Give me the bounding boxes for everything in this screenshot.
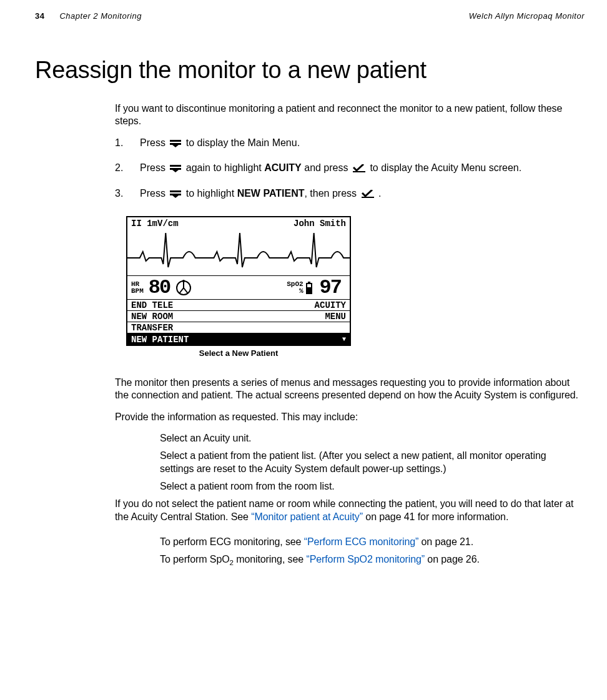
paragraph: The monitor then presents a series of me… (115, 377, 578, 402)
menu-item-new-patient: NEW PATIENT (131, 335, 189, 344)
svg-marker-9 (172, 195, 179, 198)
svg-marker-2 (172, 145, 179, 147)
select-icon (362, 190, 374, 198)
paragraph: If you do not select the patient name or… (115, 498, 578, 523)
device-menu: END TELEACUITY NEW ROOMMENU TRANSFER NEW… (127, 300, 350, 345)
tail-item: To perform SpO2 monitoring, see “Perform… (160, 553, 578, 568)
intro-paragraph: If you want to discontinue monitoring a … (115, 102, 578, 128)
step-list: Press to display the Main Menu. Press ag… (115, 137, 578, 200)
menu-icon (170, 190, 181, 198)
link-monitor-acuity[interactable]: “Monitor patient at Acuity” (251, 511, 363, 522)
bullet-item: Select an Acuity unit. (160, 432, 578, 445)
vitals-row: HR BPM 80 SpO2 % 97 (127, 276, 350, 300)
svg-rect-10 (362, 197, 374, 198)
bpm-label: BPM (131, 288, 144, 295)
menu-item-new-room: NEW ROOM (131, 312, 173, 321)
spo2-value: 97 (320, 278, 341, 298)
bullet-group: Select an Acuity unit. Select a patient … (160, 432, 578, 493)
page-title: Reassign the monitor to a new patient (35, 57, 585, 84)
running-header: 34 Chapter 2 Monitoring Welch Allyn Micr… (35, 11, 585, 21)
scroll-down-icon: ▼ (342, 337, 346, 343)
step-3: Press to highlight NEW PATIENT, then pre… (115, 187, 578, 200)
lead-label: II 1mV/cm (131, 219, 179, 228)
svg-rect-4 (170, 168, 181, 170)
link-spo2[interactable]: “Perform SpO2 monitoring” (306, 554, 425, 564)
svg-rect-6 (353, 171, 365, 172)
patient-name: John Smith (294, 219, 346, 228)
tail-item: To perform ECG monitoring, see “Perform … (160, 536, 578, 548)
svg-line-14 (184, 288, 188, 293)
menu-header-right2: MENU (325, 312, 346, 321)
svg-rect-0 (170, 140, 181, 142)
select-icon (353, 164, 365, 172)
bullet-item: Select a patient room from the room list… (160, 480, 578, 493)
battery-icon (306, 283, 312, 294)
figure: II 1mV/cm John Smith HR BPM 80 (126, 216, 578, 358)
acuity-bold: ACUITY (264, 162, 302, 173)
menu-icon (170, 140, 181, 147)
svg-rect-3 (170, 165, 181, 167)
ecg-trace-icon (127, 230, 350, 274)
svg-rect-7 (170, 190, 181, 192)
svg-point-15 (182, 280, 185, 282)
tail-group: To perform ECG monitoring, see “Perform … (160, 536, 578, 568)
ecg-waveform-area: II 1mV/cm John Smith (127, 217, 350, 276)
menu-item-end-tele: END TELE (131, 301, 173, 310)
svg-rect-1 (170, 143, 181, 145)
new-patient-bold: NEW PATIENT (237, 188, 305, 199)
step-1: Press to display the Main Menu. (115, 137, 578, 149)
hr-value: 80 (149, 278, 170, 298)
step-2: Press again to highlight ACUITY and pres… (115, 162, 578, 174)
product-name: Welch Allyn Micropaq Monitor (469, 11, 585, 21)
menu-header-right1: ACUITY (315, 301, 346, 310)
page-number: 34 (35, 11, 44, 21)
bullet-item: Select a patient from the patient list. … (160, 450, 578, 475)
device-screen: II 1mV/cm John Smith HR BPM 80 (126, 216, 351, 346)
menu-icon (170, 165, 181, 172)
svg-line-13 (179, 288, 184, 293)
antenna-icon (175, 279, 192, 297)
spo2-pct-label: % (287, 288, 303, 295)
menu-item-transfer: TRANSFER (131, 323, 173, 332)
paragraph: Provide the information as requested. Th… (115, 411, 578, 423)
link-ecg[interactable]: “Perform ECG monitoring” (304, 536, 418, 547)
svg-marker-5 (172, 170, 179, 172)
figure-caption: Select a New Patient (126, 348, 351, 358)
svg-rect-8 (170, 194, 181, 195)
chapter-label: Chapter 2 Monitoring (59, 11, 141, 21)
